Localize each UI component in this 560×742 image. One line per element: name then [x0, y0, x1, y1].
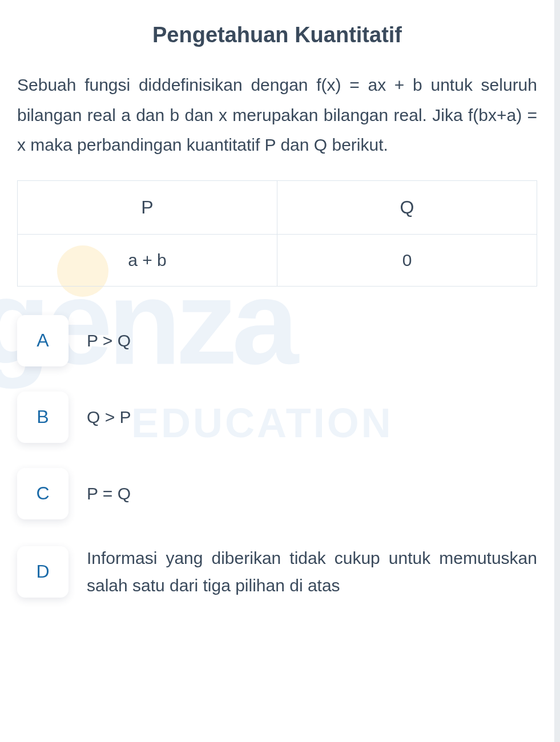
page-title: Pengetahuan Kuantitatif	[17, 23, 537, 47]
option-b-button[interactable]: B	[17, 392, 69, 443]
table-header-p: P	[18, 180, 277, 234]
option-c-text: P = Q	[87, 480, 537, 507]
option-b-text: Q > P	[87, 404, 537, 431]
option-d-text: Informasi yang diberikan tidak cukup unt…	[87, 545, 537, 599]
table-header-q: Q	[277, 180, 537, 234]
option-a-row: A P > Q	[17, 315, 537, 366]
option-b-row: B Q > P	[17, 392, 537, 443]
pq-comparison-table: P Q a + b 0	[17, 180, 537, 287]
option-a-button[interactable]: A	[17, 315, 69, 366]
option-a-text: P > Q	[87, 327, 537, 354]
scroll-track	[554, 0, 560, 742]
option-c-row: C P = Q	[17, 468, 537, 519]
option-d-button[interactable]: D	[17, 546, 69, 598]
question-prompt: Sebuah fungsi diddefinisikan dengan f(x)…	[17, 70, 537, 160]
table-row: a + b 0	[18, 234, 537, 286]
option-c-button[interactable]: C	[17, 468, 69, 519]
question-content: Pengetahuan Kuantitatif Sebuah fungsi di…	[0, 0, 560, 616]
table-cell-p: a + b	[18, 234, 277, 286]
option-d-row: D Informasi yang diberikan tidak cukup u…	[17, 545, 537, 599]
table-cell-q: 0	[277, 234, 537, 286]
answer-options: A P > Q B Q > P C P = Q D Informasi yang…	[17, 315, 537, 599]
table-row: P Q	[18, 180, 537, 234]
